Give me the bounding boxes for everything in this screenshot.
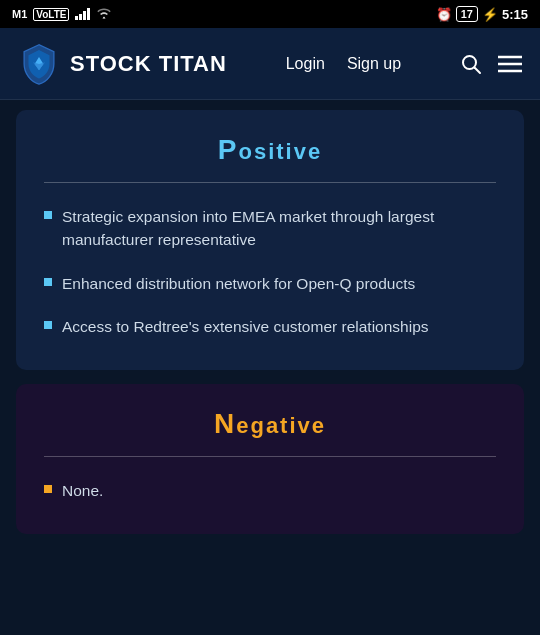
status-bar: M1 VoLTE ⏰ 17 ⚡ 5:15 — [0, 0, 540, 28]
bullet-icon — [44, 211, 52, 219]
list-item: Enhanced distribution network for Open-Q… — [44, 272, 496, 295]
positive-item-1: Strategic expansion into EMEA market thr… — [62, 205, 496, 252]
wifi-icon — [96, 7, 112, 22]
search-icon — [460, 53, 482, 75]
positive-bullet-list: Strategic expansion into EMEA market thr… — [44, 205, 496, 338]
positive-item-3: Access to Redtree's extensive customer r… — [62, 315, 429, 338]
negative-title: Negative — [44, 408, 496, 440]
negative-title-first: N — [214, 408, 236, 439]
signal-icon — [75, 8, 90, 20]
signup-link[interactable]: Sign up — [347, 55, 401, 73]
negative-divider — [44, 456, 496, 457]
positive-title: Positive — [44, 134, 496, 166]
logo-area: STOCK TITAN — [18, 43, 227, 85]
list-item: Access to Redtree's extensive customer r… — [44, 315, 496, 338]
time-display: 5:15 — [502, 7, 528, 22]
list-item: Strategic expansion into EMEA market thr… — [44, 205, 496, 252]
battery-level: 17 — [456, 6, 478, 22]
status-carrier: M1 VoLTE — [12, 7, 112, 22]
positive-title-rest: ositive — [238, 139, 322, 164]
svg-line-1 — [475, 67, 481, 73]
nav-links: Login Sign up — [286, 55, 401, 73]
search-button[interactable] — [460, 53, 482, 75]
carrier-label: M1 — [12, 8, 27, 20]
negative-title-rest: egative — [236, 413, 326, 438]
negative-section: Negative None. — [16, 384, 524, 534]
volte-badge: VoLTE — [33, 8, 69, 21]
logo-icon — [18, 43, 60, 85]
negative-bullet-list: None. — [44, 479, 496, 502]
positive-section: Positive Strategic expansion into EMEA m… — [16, 110, 524, 370]
hamburger-icon — [498, 55, 522, 73]
negative-item-1: None. — [62, 479, 103, 502]
navbar: STOCK TITAN Login Sign up — [0, 28, 540, 100]
main-content: Positive Strategic expansion into EMEA m… — [0, 100, 540, 534]
login-link[interactable]: Login — [286, 55, 325, 73]
charging-icon: ⚡ — [482, 7, 498, 22]
logo-text: STOCK TITAN — [70, 51, 227, 77]
nav-icons — [460, 53, 522, 75]
bullet-icon — [44, 321, 52, 329]
menu-button[interactable] — [498, 55, 522, 73]
alarm-icon: ⏰ — [436, 7, 452, 22]
list-item: None. — [44, 479, 496, 502]
positive-divider — [44, 182, 496, 183]
bullet-icon — [44, 485, 52, 493]
bullet-icon — [44, 278, 52, 286]
positive-item-2: Enhanced distribution network for Open-Q… — [62, 272, 415, 295]
positive-title-first: P — [218, 134, 239, 165]
status-right: ⏰ 17 ⚡ 5:15 — [436, 6, 528, 22]
